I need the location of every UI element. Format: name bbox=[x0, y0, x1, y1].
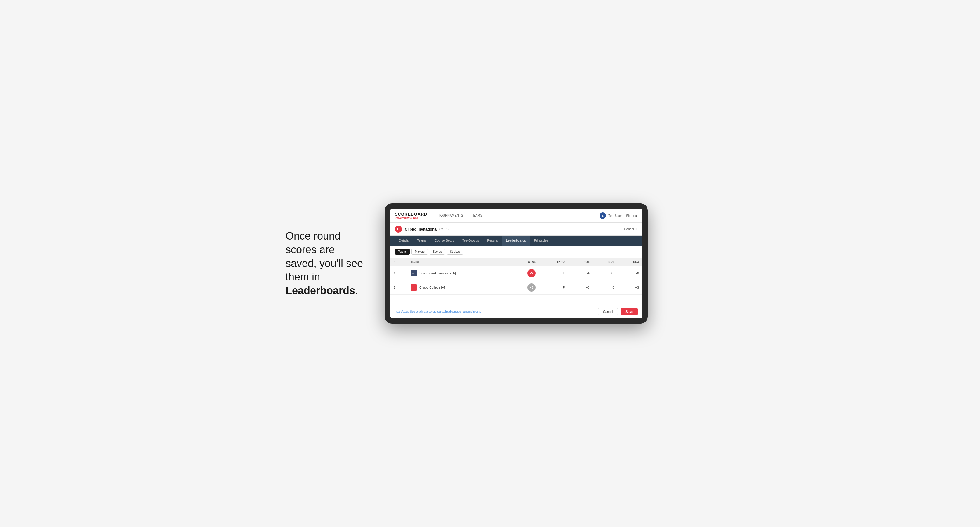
top-nav: SCOREBOARD Powered by clippd TOURNAMENTS… bbox=[390, 209, 643, 223]
nav-links: TOURNAMENTS TEAMS bbox=[434, 209, 487, 222]
table-header: # TEAM TOTAL THRU RD1 RD2 RD3 bbox=[390, 258, 643, 266]
total-2: +3 bbox=[508, 281, 539, 295]
table-body: 1 SU Scoreboard University [A] bbox=[390, 266, 643, 295]
score-badge-1: -5 bbox=[527, 269, 536, 277]
tab-printables[interactable]: Printables bbox=[530, 236, 552, 246]
sidebar-line2: scores are bbox=[286, 244, 335, 256]
col-total: TOTAL bbox=[508, 258, 539, 266]
team-icon-2: C bbox=[410, 284, 417, 290]
team-icon-1: SU bbox=[410, 270, 417, 276]
tournament-header: C Clippd Invitational (Men) Cancel ✕ bbox=[390, 223, 643, 236]
footer-url: https://stage-blue-coach.stagescoreboard… bbox=[395, 310, 481, 313]
filter-players[interactable]: Players bbox=[412, 249, 428, 255]
tablet-frame: SCOREBOARD Powered by clippd TOURNAMENTS… bbox=[385, 203, 648, 324]
sub-nav: Details Teams Course Setup Tee Groups Re… bbox=[390, 236, 643, 246]
col-rd1: RD1 bbox=[568, 258, 593, 266]
col-rd2: RD2 bbox=[593, 258, 618, 266]
rd3-1: -6 bbox=[617, 266, 643, 281]
thru-1: F bbox=[539, 266, 568, 281]
thru-2: F bbox=[539, 281, 568, 295]
tablet-screen: SCOREBOARD Powered by clippd TOURNAMENTS… bbox=[390, 209, 643, 318]
save-button[interactable]: Save bbox=[621, 308, 638, 315]
sign-out-link[interactable]: Sign out bbox=[626, 214, 638, 217]
nav-teams[interactable]: TEAMS bbox=[467, 209, 487, 222]
rank-1: 1 bbox=[390, 266, 407, 281]
filter-teams[interactable]: Teams bbox=[395, 249, 410, 255]
cancel-button[interactable]: Cancel bbox=[598, 308, 618, 316]
col-thru: THRU bbox=[539, 258, 568, 266]
sidebar-description: Once round scores are saved, you'll see … bbox=[286, 229, 368, 298]
filter-strokes[interactable]: Strokes bbox=[447, 249, 463, 255]
col-rd3: RD3 bbox=[617, 258, 643, 266]
filter-scores[interactable]: Scores bbox=[430, 249, 445, 255]
leaderboard-content: # TEAM TOTAL THRU RD1 RD2 RD3 1 bbox=[390, 258, 643, 305]
user-avatar: S bbox=[600, 213, 606, 219]
sidebar-line5-suffix: . bbox=[355, 284, 358, 297]
score-badge-2: +3 bbox=[527, 283, 536, 292]
tab-course-setup[interactable]: Course Setup bbox=[430, 236, 458, 246]
tab-tee-groups[interactable]: Tee Groups bbox=[458, 236, 483, 246]
rd1-1: -4 bbox=[568, 266, 593, 281]
tab-teams[interactable]: Teams bbox=[413, 236, 430, 246]
table-row: 1 SU Scoreboard University [A] bbox=[390, 266, 643, 281]
page-wrapper: Once round scores are saved, you'll see … bbox=[286, 203, 694, 324]
total-1: -5 bbox=[508, 266, 539, 281]
filter-row: Teams Players Scores Strokes bbox=[390, 246, 643, 258]
tournament-logo: C bbox=[395, 225, 402, 233]
rd2-2: -8 bbox=[593, 281, 618, 295]
app-footer: https://stage-blue-coach.stagescoreboard… bbox=[390, 305, 643, 318]
rank-2: 2 bbox=[390, 281, 407, 295]
rd2-1: +5 bbox=[593, 266, 618, 281]
sidebar-line5-bold: Leaderboards bbox=[286, 284, 355, 297]
col-team: TEAM bbox=[407, 258, 508, 266]
team-cell-1: SU Scoreboard University [A] bbox=[407, 266, 508, 281]
tournament-subtitle: (Men) bbox=[439, 227, 449, 231]
nav-tournaments[interactable]: TOURNAMENTS bbox=[434, 209, 467, 222]
tab-leaderboards[interactable]: Leaderboards bbox=[502, 236, 530, 246]
team-cell-2: C Clippd College [A] bbox=[407, 281, 508, 295]
rd3-2: +3 bbox=[617, 281, 643, 295]
team-name-2: Clippd College [A] bbox=[419, 286, 445, 289]
tournament-title: Clippd Invitational bbox=[405, 227, 438, 232]
rd1-2: +8 bbox=[568, 281, 593, 295]
tournament-cancel-btn[interactable]: Cancel ✕ bbox=[624, 227, 638, 231]
tab-results[interactable]: Results bbox=[483, 236, 502, 246]
user-name: Test User | bbox=[608, 214, 624, 217]
logo-area: SCOREBOARD Powered by clippd bbox=[395, 212, 427, 219]
col-rank: # bbox=[390, 258, 407, 266]
leaderboard-table: # TEAM TOTAL THRU RD1 RD2 RD3 1 bbox=[390, 258, 643, 295]
logo-powered: Powered by clippd bbox=[395, 216, 427, 219]
sidebar-line4: them in bbox=[286, 271, 320, 283]
logo-scoreboard: SCOREBOARD bbox=[395, 212, 427, 216]
sidebar-line3: saved, you'll see bbox=[286, 257, 363, 269]
nav-right: S Test User | Sign out bbox=[600, 213, 638, 219]
team-name-1: Scoreboard University [A] bbox=[419, 271, 456, 275]
tab-details[interactable]: Details bbox=[395, 236, 413, 246]
sidebar-line1: Once round bbox=[286, 230, 340, 242]
table-row: 2 C Clippd College [A] +3 bbox=[390, 281, 643, 295]
